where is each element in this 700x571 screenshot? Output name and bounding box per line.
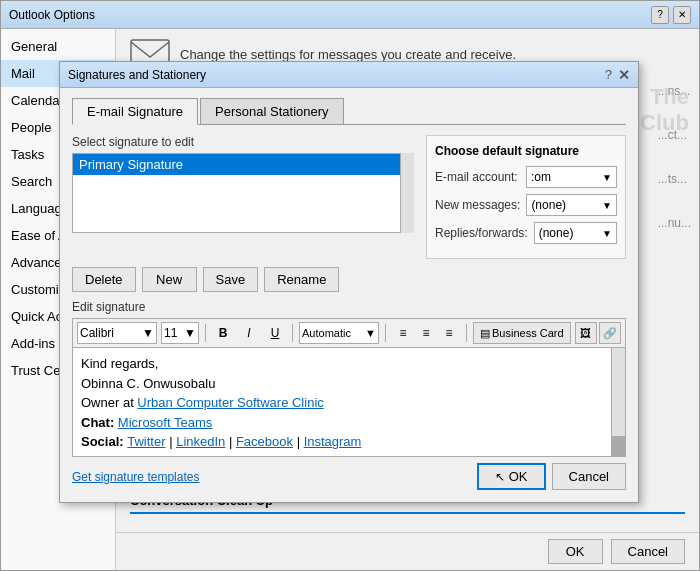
font-family-select[interactable]: Calibri ▼ xyxy=(77,322,157,344)
right-sidebar-labels: ...ns... ...ct... ...ts... ...nu... xyxy=(658,84,691,230)
get-templates-link[interactable]: Get signature templates xyxy=(72,470,199,484)
sig-line4-link[interactable]: Microsoft Teams xyxy=(118,415,212,430)
sig-linkedin-link[interactable]: LinkedIn xyxy=(176,434,225,449)
sig-footer: Get signature templates ↖ OK Cancel xyxy=(72,457,626,492)
edit-area-scrollbar[interactable] xyxy=(611,348,625,456)
sig-line3-prefix: Owner at xyxy=(81,395,137,410)
sig-facebook-link[interactable]: Facebook xyxy=(236,434,293,449)
business-card-label: Business Card xyxy=(492,327,564,339)
default-sig-section: Choose default signature E-mail account:… xyxy=(426,135,626,259)
sig-dialog-title: Signatures and Stationery xyxy=(68,68,206,82)
sig-titlebar: Signatures and Stationery ? ✕ xyxy=(60,62,638,88)
font-size-value: 11 xyxy=(164,326,177,340)
sig-line5-prefix: Social: xyxy=(81,434,127,449)
sig-instagram-link[interactable]: Instagram xyxy=(304,434,362,449)
new-button[interactable]: New xyxy=(142,267,197,292)
outlook-cancel-button[interactable]: Cancel xyxy=(611,539,685,564)
edit-sig-label: Edit signature xyxy=(72,300,626,314)
font-family-value: Calibri xyxy=(80,326,114,340)
tab-email-signature[interactable]: E-mail Signature xyxy=(72,98,198,125)
sig-sep2: | xyxy=(225,434,236,449)
edit-sig-section: Edit signature Calibri ▼ 11 ▼ B I U xyxy=(72,300,626,457)
sig-close-button[interactable]: ✕ xyxy=(618,67,630,83)
outlook-titlebar: Outlook Options ? ✕ xyxy=(1,1,699,29)
insert-hyperlink-button[interactable]: 🔗 xyxy=(599,322,621,344)
sig-footer-buttons: ↖ OK Cancel xyxy=(477,463,626,490)
replies-forwards-row: Replies/forwards: (none) ▼ xyxy=(435,222,617,244)
sig-ok-button[interactable]: ↖ OK xyxy=(477,463,545,490)
cursor-icon: ↖ xyxy=(495,470,505,484)
sig-list-item-primary[interactable]: Primary Signature xyxy=(73,154,413,175)
rename-button[interactable]: Rename xyxy=(264,267,339,292)
font-size-select[interactable]: 11 ▼ xyxy=(161,322,199,344)
color-arrow: ▼ xyxy=(365,327,376,339)
business-card-button[interactable]: ▤ Business Card xyxy=(473,322,571,344)
sig-ok-label: OK xyxy=(509,469,528,484)
email-account-row: E-mail account: :om ▼ xyxy=(435,166,617,188)
toolbar-sep-3 xyxy=(385,324,386,342)
email-account-label: E-mail account: xyxy=(435,170,520,184)
conversation-divider xyxy=(130,512,685,514)
sig-sep3: | xyxy=(293,434,304,449)
delete-button[interactable]: Delete xyxy=(72,267,136,292)
align-right-button[interactable]: ≡ xyxy=(438,322,460,344)
email-account-value: :om xyxy=(531,170,551,184)
select-sig-label: Select signature to edit xyxy=(72,135,414,149)
outlook-ok-button[interactable]: OK xyxy=(548,539,603,564)
close-button[interactable]: ✕ xyxy=(673,6,691,24)
underline-button[interactable]: U xyxy=(264,322,286,344)
sig-line3-link[interactable]: Urban Computer Software Clinic xyxy=(137,395,323,410)
sig-action-buttons: Delete New Save Rename xyxy=(72,267,626,292)
sig-list[interactable]: Primary Signature xyxy=(72,153,414,233)
new-messages-select[interactable]: (none) ▼ xyxy=(526,194,617,216)
right-label-1: ...ns... xyxy=(658,84,691,98)
tab-personal-stationery[interactable]: Personal Stationery xyxy=(200,98,343,124)
sig-columns: Select signature to edit Primary Signatu… xyxy=(72,135,626,259)
align-left-button[interactable]: ≡ xyxy=(392,322,414,344)
sig-list-scrollbar[interactable] xyxy=(400,153,414,233)
sig-body: E-mail Signature Personal Stationery Sel… xyxy=(60,88,638,502)
signatures-dialog: Signatures and Stationery ? ✕ E-mail Sig… xyxy=(59,61,639,503)
sig-line4: Chat: Microsoft Teams xyxy=(81,413,603,433)
italic-button[interactable]: I xyxy=(238,322,260,344)
replies-forwards-select[interactable]: (none) ▼ xyxy=(534,222,617,244)
toolbar-sep-2 xyxy=(292,324,293,342)
insert-image-button[interactable]: 🖼 xyxy=(575,322,597,344)
outlook-title: Outlook Options xyxy=(9,8,95,22)
sig-line3: Owner at Urban Computer Software Clinic xyxy=(81,393,603,413)
email-account-select[interactable]: :om ▼ xyxy=(526,166,617,188)
sidebar-item-general[interactable]: General xyxy=(1,33,115,60)
sig-line5: Social: Twitter | LinkedIn | Facebook | … xyxy=(81,432,603,452)
sig-twitter-link[interactable]: Twitter xyxy=(127,434,165,449)
sig-line1: Kind regards, xyxy=(81,354,603,374)
bold-button[interactable]: B xyxy=(212,322,234,344)
replies-forwards-value: (none) xyxy=(539,226,574,240)
replies-forwards-arrow: ▼ xyxy=(602,228,612,239)
toolbar-sep-1 xyxy=(205,324,206,342)
new-messages-row: New messages: (none) ▼ xyxy=(435,194,617,216)
mail-description: Change the settings for messages you cre… xyxy=(180,47,516,62)
replies-forwards-label: Replies/forwards: xyxy=(435,226,528,240)
color-select[interactable]: Automatic ▼ xyxy=(299,322,379,344)
sig-right-column: Choose default signature E-mail account:… xyxy=(426,135,626,259)
align-group: ≡ ≡ ≡ xyxy=(392,322,460,344)
sig-list-container: Primary Signature xyxy=(72,153,414,233)
color-value: Automatic xyxy=(302,327,351,339)
new-messages-label: New messages: xyxy=(435,198,520,212)
align-center-button[interactable]: ≡ xyxy=(415,322,437,344)
right-label-2: ...ct... xyxy=(658,128,691,142)
font-family-arrow: ▼ xyxy=(142,326,154,340)
sig-line2: Obinna C. Onwusobalu xyxy=(81,374,603,394)
email-account-arrow: ▼ xyxy=(602,172,612,183)
right-label-3: ...ts... xyxy=(658,172,691,186)
sig-cancel-button[interactable]: Cancel xyxy=(552,463,626,490)
edit-area-container: Kind regards, Obinna C. Onwusobalu Owner… xyxy=(72,347,626,457)
sig-help-button[interactable]: ? xyxy=(605,67,612,82)
scrollbar-thumb xyxy=(612,436,626,456)
edit-area[interactable]: Kind regards, Obinna C. Onwusobalu Owner… xyxy=(73,348,611,456)
sig-line4-prefix: Chat: xyxy=(81,415,118,430)
window-controls: ? ✕ xyxy=(651,6,691,24)
save-button[interactable]: Save xyxy=(203,267,259,292)
edit-toolbar: Calibri ▼ 11 ▼ B I U Automatic ▼ xyxy=(72,318,626,347)
help-button[interactable]: ? xyxy=(651,6,669,24)
